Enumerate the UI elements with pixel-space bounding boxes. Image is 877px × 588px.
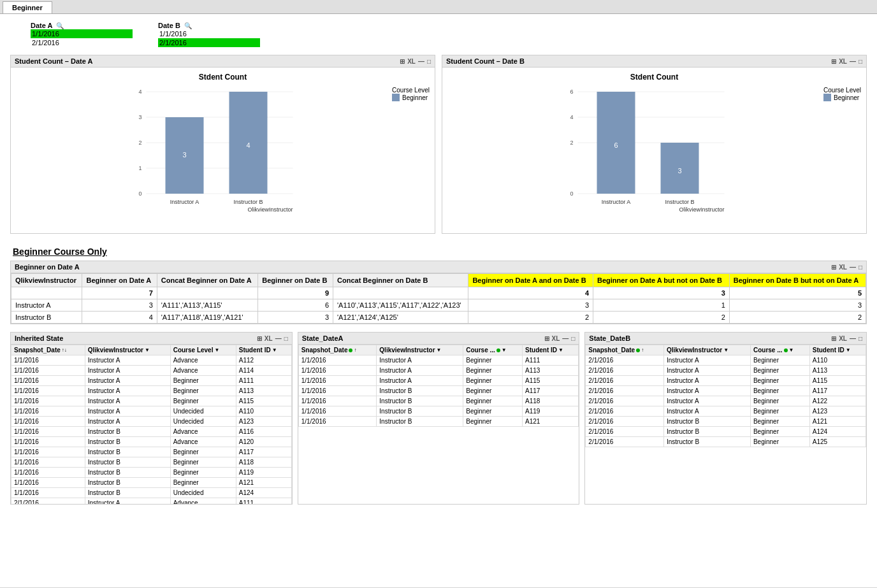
- big-table-header-label: Beginner on Date A: [15, 263, 80, 271]
- date-a-option-2[interactable]: 2/1/2016: [31, 38, 133, 47]
- chart-b-legend-color: [823, 94, 831, 101]
- table-row: 1/1/2016Instructor AUndecidedA123: [11, 417, 292, 427]
- col-snapshot-date[interactable]: Snapshot_Date ↑↓: [11, 345, 85, 355]
- chart-a-legend-color: [392, 94, 400, 101]
- table-row: 1/1/2016Instructor AUndecidedA110: [11, 406, 292, 417]
- charts-row: Student Count – Date A ⊞ XL — □ Stdent C…: [5, 55, 872, 234]
- state-date-a-maximize[interactable]: □: [571, 335, 575, 342]
- table-row: 2/1/2016Instructor AAdvanceA111: [11, 498, 292, 505]
- big-table-col-3[interactable]: Beginner on Date B: [258, 274, 333, 287]
- svg-text:Instructor B: Instructor B: [233, 199, 263, 205]
- chart-a-maximize[interactable]: □: [427, 58, 431, 65]
- state-date-b-icon[interactable]: ⊞: [831, 335, 836, 342]
- chart-a-legend: Course Level Beginner: [392, 87, 430, 101]
- svg-text:2: 2: [570, 140, 574, 146]
- state-date-b-xl[interactable]: XL: [839, 335, 847, 342]
- chart-a-area: Stdent Count Course Level Beginner 4 3 2…: [11, 68, 435, 233]
- chart-a-chart-title: Stdent Count: [16, 73, 430, 82]
- chart-b-minimize[interactable]: —: [850, 58, 856, 65]
- chart-a-svg: 4 3 2 1 0 3 4: [16, 84, 430, 212]
- col-course[interactable]: Course Level ▼: [170, 345, 236, 355]
- col-sda-instructor[interactable]: QlikviewInstructor ▼: [377, 345, 463, 355]
- svg-text:2: 2: [139, 140, 142, 146]
- date-a-search-icon[interactable]: 🔍: [56, 22, 64, 29]
- inherited-state-panel: Inherited State ⊞ XL — □ Snapshot_Date ↑…: [10, 332, 293, 505]
- chart-b-title: Student Count – Date B: [446, 57, 525, 65]
- chart-b-svg: 6 4 2 0 6 3 Instructor A: [447, 84, 861, 212]
- big-table-col-4[interactable]: Concat Beginner on Date B: [333, 274, 468, 287]
- chart-b-xl[interactable]: XL: [839, 58, 847, 65]
- state-date-b-panel: State_DateB ⊞ XL — □ Snapshot_Date ↑ Qli…: [584, 332, 867, 505]
- big-table-minimize[interactable]: —: [850, 264, 856, 271]
- inherited-state-icon[interactable]: ⊞: [257, 335, 262, 342]
- big-table-col-7[interactable]: Beginner on Date B but not on Date A: [729, 274, 866, 287]
- big-table-col-1[interactable]: Beginner on Date A: [82, 274, 157, 287]
- date-b-search-icon[interactable]: 🔍: [184, 22, 192, 29]
- chart-b-area: Stdent Count Course Level Beginner 6 4 2…: [442, 68, 866, 233]
- state-date-b-table-wrapper[interactable]: Snapshot_Date ↑ QlikviewInstructor ▼ Cou…: [585, 345, 866, 447]
- chart-a-icon[interactable]: ⊞: [400, 58, 405, 65]
- table-row: 2/1/2016Instructor ABeginnerA113: [586, 366, 866, 376]
- table-row: 1/1/2016Instructor BBeginnerA117: [11, 447, 292, 457]
- big-table-col-5[interactable]: Beginner on Date A and on Date B: [468, 274, 593, 287]
- chart-b-icon[interactable]: ⊞: [831, 58, 836, 65]
- section-title: Beginner Course Only: [5, 241, 872, 261]
- inherited-state-xl[interactable]: XL: [265, 335, 273, 342]
- col-sdb-student[interactable]: Student ID ▼: [809, 345, 866, 355]
- date-b-option-2[interactable]: 2/1/2016: [158, 38, 260, 47]
- chart-a-title: Student Count – Date A: [15, 57, 92, 65]
- state-date-a-icon[interactable]: ⊞: [544, 335, 549, 342]
- state-date-a-minimize[interactable]: —: [562, 335, 569, 342]
- main-content: Date A 🔍 1/1/2016 2/1/2016 Date B 🔍 1/1/…: [0, 14, 877, 587]
- state-date-b-minimize[interactable]: —: [850, 335, 856, 342]
- table-row: 1/1/2016Instructor BBeginnerA118: [298, 396, 579, 406]
- date-a-option-1[interactable]: 1/1/2016: [31, 29, 133, 38]
- big-table-col-0[interactable]: QlikviewInstructor: [11, 274, 82, 287]
- col-sdb-instructor[interactable]: QlikviewInstructor ▼: [664, 345, 751, 355]
- inherited-state-minimize[interactable]: —: [275, 335, 282, 342]
- svg-text:QlikviewInstructor: QlikviewInstructor: [247, 206, 293, 212]
- table-row: 1/1/2016Instructor AAdvanceA112: [11, 355, 292, 366]
- col-instructor[interactable]: QlikviewInstructor ▼: [85, 345, 170, 355]
- col-sdb-course[interactable]: Course ... ▼: [750, 345, 809, 355]
- big-table-xl[interactable]: XL: [839, 264, 847, 271]
- big-table-panel: Beginner on Date A ⊞ XL — □ QlikviewInst…: [10, 261, 867, 324]
- state-date-a-title: State_DateA: [302, 334, 344, 342]
- chart-a-minimize[interactable]: —: [418, 58, 424, 65]
- state-date-a-table-wrapper[interactable]: Snapshot_Date ↑ QlikviewInstructor ▼ Cou…: [298, 345, 579, 427]
- big-table-total-row: 7 9 4 3 5: [11, 287, 866, 299]
- inherited-state-table-wrapper[interactable]: Snapshot_Date ↑↓ QlikviewInstructor ▼ Co…: [11, 345, 292, 504]
- chart-a-xl[interactable]: XL: [407, 58, 416, 65]
- date-b-selector: Date B 🔍 1/1/2016 2/1/2016: [158, 22, 260, 47]
- svg-text:0: 0: [139, 190, 142, 197]
- state-date-b-title: State_DateB: [589, 334, 630, 342]
- chart-b-maximize[interactable]: □: [859, 58, 862, 65]
- svg-text:Instructor A: Instructor A: [170, 199, 199, 205]
- inherited-state-title: Inherited State: [15, 334, 63, 342]
- table-row: 2/1/2016Instructor ABeginnerA123: [586, 406, 866, 417]
- svg-text:QlikviewInstructor: QlikviewInstructor: [679, 206, 724, 212]
- state-date-a-panel: State_DateA ⊞ XL — □ Snapshot_Date ↑ Qli…: [298, 332, 580, 505]
- col-sda-student[interactable]: Student ID ▼: [523, 345, 579, 355]
- date-a-selector: Date A 🔍 1/1/2016 2/1/2016: [31, 22, 133, 47]
- state-date-b-maximize[interactable]: □: [859, 335, 862, 342]
- col-student[interactable]: Student ID ▼: [236, 345, 291, 355]
- chart-panel-a: Student Count – Date A ⊞ XL — □ Stdent C…: [10, 55, 435, 234]
- table-row: 1/1/2016Instructor AAdvanceA114: [11, 366, 292, 376]
- col-sda-course[interactable]: Course ... ▼: [463, 345, 523, 355]
- col-sda-snapshot[interactable]: Snapshot_Date ↑: [298, 345, 377, 355]
- state-date-a-table: Snapshot_Date ↑ QlikviewInstructor ▼ Cou…: [298, 345, 579, 427]
- big-table-icon[interactable]: ⊞: [831, 264, 836, 271]
- table-row: 1/1/2016Instructor BBeginnerA119: [298, 406, 579, 417]
- big-table-col-2[interactable]: Concat Beginner on Date A: [157, 274, 258, 287]
- svg-text:3: 3: [182, 151, 186, 159]
- state-date-a-xl[interactable]: XL: [552, 335, 560, 342]
- table-row: Instructor B 4 'A117','A118','A119','A12…: [11, 312, 866, 324]
- big-table-col-6[interactable]: Beginner on Date A but not on Date B: [593, 274, 730, 287]
- date-b-option-1[interactable]: 1/1/2016: [158, 29, 260, 38]
- inherited-state-maximize[interactable]: □: [284, 335, 288, 342]
- col-sdb-snapshot[interactable]: Snapshot_Date ↑: [586, 345, 664, 355]
- tab-beginner[interactable]: Beginner: [3, 1, 52, 13]
- big-table-maximize[interactable]: □: [859, 264, 862, 271]
- table-row: 1/1/2016Instructor ABeginnerA113: [298, 366, 579, 376]
